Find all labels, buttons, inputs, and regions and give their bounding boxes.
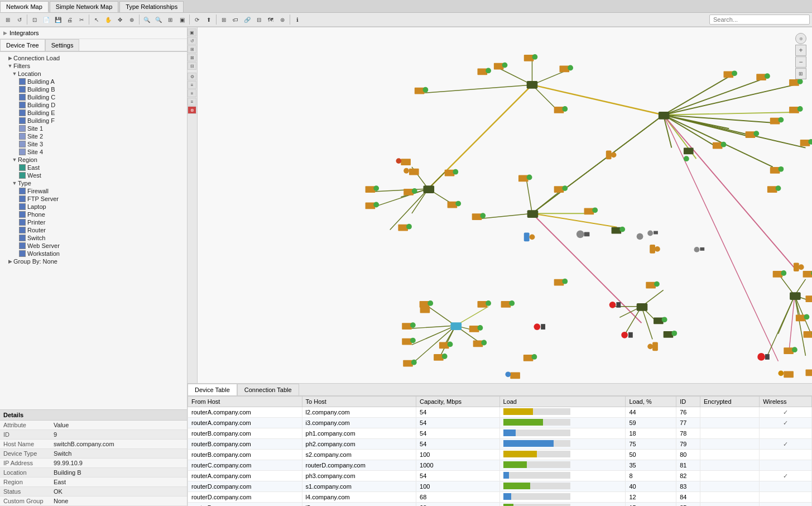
- cb-building-b[interactable]: [19, 86, 26, 93]
- map-btn-6[interactable]: ⚙: [188, 73, 196, 80]
- table-row[interactable]: routerD.company.com s1.company.com 100 4…: [188, 481, 812, 492]
- toolbar-btn-info[interactable]: ℹ: [292, 14, 303, 25]
- th-capacity[interactable]: Capacity, Mbps: [416, 397, 499, 407]
- cb-west[interactable]: [19, 172, 26, 179]
- cb-switch[interactable]: [19, 235, 26, 241]
- cb-building-a[interactable]: [19, 78, 26, 85]
- table-row[interactable]: routerC.company.com routerD.company.com …: [188, 460, 812, 471]
- toolbar-btn-zoom-sel[interactable]: ▣: [176, 14, 188, 25]
- map-btn-5[interactable]: ⊟: [188, 62, 196, 70]
- toolbar-btn-crosshair[interactable]: ⊕: [126, 14, 137, 25]
- cb-firewall[interactable]: [19, 188, 26, 194]
- cb-building-e[interactable]: [19, 109, 26, 116]
- toolbar-btn-move[interactable]: ✥: [114, 14, 126, 25]
- tab-network-map[interactable]: Network Map: [0, 1, 49, 12]
- tree-item-location[interactable]: ▼ Location: [0, 70, 187, 78]
- toolbar-btn-hand[interactable]: ✋: [103, 14, 114, 25]
- cb-router[interactable]: [19, 227, 26, 233]
- toolbar-btn-1[interactable]: ⊞: [2, 14, 13, 25]
- map-nav-zoom-in[interactable]: +: [795, 45, 806, 56]
- toolbar-btn-export[interactable]: ⬆: [203, 14, 214, 25]
- tree-item-building-d[interactable]: Building D: [0, 101, 187, 109]
- table-row[interactable]: routerD.company.com l4.company.com 68 12…: [188, 492, 812, 503]
- tree-item-switch[interactable]: Switch: [0, 234, 187, 242]
- tree-item-printer[interactable]: Printer: [0, 218, 187, 226]
- table-row[interactable]: routerB.company.com ph2.company.com 54 7…: [188, 439, 812, 450]
- tree-item-site3[interactable]: Site 3: [0, 140, 187, 148]
- table-row[interactable]: routerD.company.com i5.company.com 68 15…: [188, 503, 812, 507]
- cb-site2[interactable]: [19, 133, 26, 140]
- tab-device-tree[interactable]: Device Tree: [0, 39, 45, 51]
- tree-item-group-by[interactable]: ▶ Group By: None: [0, 257, 187, 265]
- expand-location[interactable]: ▼: [11, 70, 18, 77]
- tree-item-router[interactable]: Router: [0, 226, 187, 234]
- tree-item-site2[interactable]: Site 2: [0, 132, 187, 140]
- map-btn-8[interactable]: ≡: [188, 89, 196, 97]
- tree-item-site4[interactable]: Site 4: [0, 148, 187, 156]
- toolbar-btn-map[interactable]: 🗺: [265, 14, 276, 25]
- cb-web-server[interactable]: [19, 242, 26, 249]
- cb-building-c[interactable]: [19, 94, 26, 101]
- th-from-host[interactable]: From Host: [188, 397, 302, 407]
- tree-item-building-c[interactable]: Building C: [0, 93, 187, 101]
- toolbar-btn-6[interactable]: 🖨: [64, 14, 75, 25]
- table-row[interactable]: routerB.company.com ph1.company.com 54 1…: [188, 428, 812, 439]
- cb-site1[interactable]: [19, 125, 26, 132]
- map-nav-fit[interactable]: ⊞: [795, 68, 806, 79]
- table-scroll[interactable]: From Host To Host Capacity, Mbps Load Lo…: [188, 396, 812, 506]
- expand-region[interactable]: ▼: [11, 156, 18, 163]
- table-row[interactable]: routerA.company.com ph3.company.com 54 8…: [188, 471, 812, 481]
- expand-type[interactable]: ▼: [11, 180, 18, 187]
- map-btn-1[interactable]: ▣: [188, 28, 196, 36]
- search-input[interactable]: [709, 15, 810, 25]
- cb-building-d[interactable]: [19, 102, 26, 108]
- map-btn-10[interactable]: ⊗: [188, 106, 196, 114]
- map-btn-3[interactable]: ⊞: [188, 45, 196, 53]
- tree-item-laptop[interactable]: Laptop: [0, 203, 187, 211]
- tree-item-firewall[interactable]: Firewall: [0, 187, 187, 195]
- tree-item-phone[interactable]: Phone: [0, 211, 187, 218]
- toolbar-btn-label[interactable]: 🏷: [230, 14, 241, 25]
- map-btn-7[interactable]: ≡: [188, 81, 196, 89]
- tab-simple-network-map[interactable]: Simple Network Map: [50, 1, 118, 12]
- expand-group-by[interactable]: ▶: [7, 258, 13, 265]
- toolbar-btn-filter[interactable]: ⊟: [253, 14, 265, 25]
- th-load[interactable]: Load: [499, 397, 626, 407]
- cb-phone[interactable]: [19, 211, 26, 218]
- bottom-tab-device[interactable]: Device Table: [188, 384, 237, 395]
- map-nav-zoom-out[interactable]: −: [795, 56, 806, 68]
- tree-item-building-a[interactable]: Building A: [0, 78, 187, 85]
- toolbar-btn-5[interactable]: 💾: [52, 14, 64, 25]
- toolbar-btn-pointer[interactable]: ↖: [91, 14, 102, 25]
- tree-item-ftp-server[interactable]: FTP Server: [0, 195, 187, 203]
- expand-filters[interactable]: ▼: [7, 63, 13, 69]
- table-row[interactable]: routerB.company.com s2.company.com 100 5…: [188, 450, 812, 460]
- th-wireless[interactable]: Wireless: [760, 397, 812, 407]
- map-btn-2[interactable]: ↺: [188, 37, 196, 45]
- tree-item-site1[interactable]: Site 1: [0, 125, 187, 132]
- tree-item-east[interactable]: East: [0, 164, 187, 171]
- bottom-tab-connection[interactable]: Connection Table: [237, 384, 299, 395]
- tree-item-type[interactable]: ▼ Type: [0, 179, 187, 187]
- toolbar-btn-zoom-fit[interactable]: ⊞: [165, 14, 176, 25]
- cb-east[interactable]: [19, 164, 26, 171]
- map-btn-9[interactable]: ≡: [188, 98, 196, 106]
- map-area[interactable]: ▣ ↺ ⊞ ⊠ ⊟ ⚙ ≡ ≡ ≡ ⊗: [188, 27, 812, 383]
- table-row[interactable]: routerA.company.com l2.company.com 54 44…: [188, 407, 812, 418]
- th-load-pct[interactable]: Load, %: [626, 397, 676, 407]
- tree-item-connection-load[interactable]: ▶ Connection Load: [0, 54, 187, 62]
- tree-item-web-server[interactable]: Web Server: [0, 242, 187, 250]
- table-row[interactable]: routerA.company.com i3.company.com 54 59…: [188, 418, 812, 428]
- tree-item-building-e[interactable]: Building E: [0, 109, 187, 117]
- toolbar-btn-2[interactable]: ↺: [14, 14, 25, 25]
- cb-building-f[interactable]: [19, 117, 26, 124]
- th-to-host[interactable]: To Host: [302, 397, 416, 407]
- cb-workstation[interactable]: [19, 250, 26, 257]
- toolbar-btn-zoom-out[interactable]: 🔍: [153, 14, 164, 25]
- toolbar-btn-4[interactable]: 📄: [41, 14, 52, 25]
- tree-item-building-f[interactable]: Building F: [0, 117, 187, 125]
- cb-site4[interactable]: [19, 149, 26, 155]
- toolbar-btn-3[interactable]: ⊡: [29, 14, 40, 25]
- tree-item-building-b[interactable]: Building B: [0, 85, 187, 93]
- toolbar-btn-net[interactable]: ⊛: [277, 14, 288, 25]
